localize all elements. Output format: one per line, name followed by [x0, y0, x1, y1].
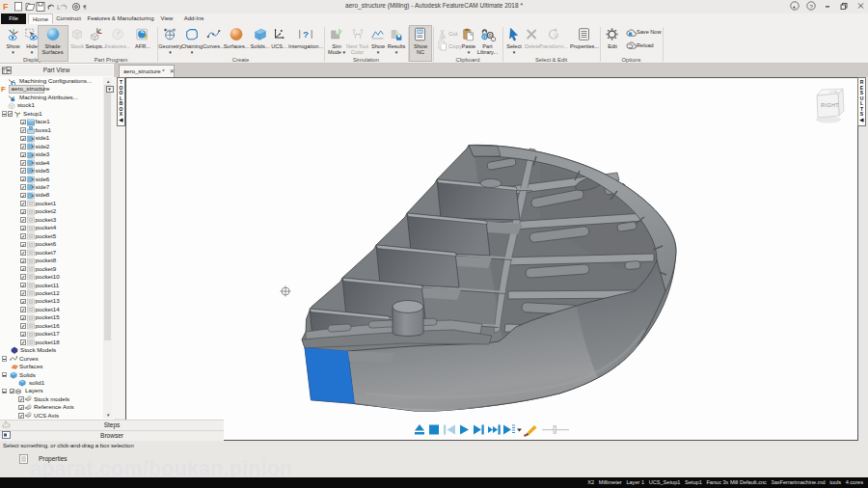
svg-text:Copy: Copy — [448, 43, 462, 49]
svg-text:G: G — [419, 29, 421, 34]
svg-text:RIGHT: RIGHT — [821, 102, 839, 108]
svg-text:?: ? — [303, 29, 309, 40]
svg-text:Cut: Cut — [448, 31, 458, 37]
svg-text:F: F — [3, 2, 9, 12]
svg-text:?: ? — [810, 4, 814, 10]
